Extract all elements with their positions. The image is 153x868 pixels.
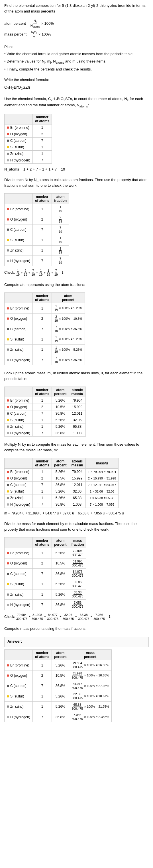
n-i-value: 7 <box>33 482 52 488</box>
element-name: C (carbon) <box>4 569 33 579</box>
element-name: H (hydrogen) <box>4 157 33 163</box>
atom-pct-value: 36.8% <box>52 569 69 579</box>
answer-label: Answer: <box>7 639 146 644</box>
n-i-value: 7 <box>33 255 52 266</box>
mass-value: 1 × 32.06 = 32.06 <box>85 488 118 495</box>
col-element2 <box>4 193 33 204</box>
atom-pct-value: 10.5% <box>52 475 69 482</box>
element-name: S (sulfur) <box>4 488 33 495</box>
n-i-value: 7 <box>33 324 52 334</box>
atom-pct-value: 5.26% <box>52 660 69 671</box>
atom-pct-value: 5.26% <box>52 469 69 475</box>
col-mass-fraction6: massfraction <box>69 537 86 548</box>
n-i-value: 1 <box>33 124 52 131</box>
n-i-value: 2 <box>33 404 52 410</box>
table-row: H (hydrogen) 7 719 × 100% = 36.8% <box>4 355 85 365</box>
table5-section: numberof atoms atompercent atomicmass/u … <box>4 458 149 516</box>
plan-item-1: • Write the chemical formula and gather … <box>4 51 149 57</box>
n-i-value: 1 <box>33 495 52 501</box>
table2-section: numberof atoms atomfraction Br (bromine)… <box>4 193 149 277</box>
plan-section: Plan: • Write the chemical formula and g… <box>4 44 149 72</box>
n-i-value: 1 <box>33 303 52 313</box>
table-row: O (oxygen) 2 219 <box>4 214 69 224</box>
mass-value: 2 × 15.999 = 31.998 <box>85 475 118 482</box>
table3-section: numberof atoms atompercent Br (bromine) … <box>4 292 149 365</box>
table-row: Br (bromine) 1 5.26% 79.904300.475 <box>4 548 86 558</box>
element-name: Br (bromine) <box>4 303 33 313</box>
n-i-value: 1 <box>33 245 52 255</box>
atom-fraction-value: 219 <box>52 214 69 224</box>
mass-fraction-value: 79.904300.475 <box>69 548 86 558</box>
element-name: O (oxygen) <box>4 313 33 324</box>
table-row: Zn (zinc) 1 5.26% 65.38 <box>4 424 86 430</box>
table-row: Zn (zinc) 1 5.26% 65.38300.475 × 100% = … <box>4 702 112 712</box>
plan-item-2: • Determine values for Ni, mi, Natoms an… <box>4 59 149 65</box>
atomic-mass-value: 65.38 <box>69 424 85 430</box>
atom-percent-value: 719 × 100% = 36.8% <box>52 324 85 334</box>
table-row: C (carbon) 7 <box>4 137 52 144</box>
atomic-mass-value: 32.06 <box>69 488 85 495</box>
table-row: Br (bromine) 1 119 <box>4 204 69 214</box>
atom-pct-value: 36.8% <box>52 501 69 508</box>
n-i-value: 7 <box>33 430 52 437</box>
write-formula-label: Write the chemical formula: <box>4 77 149 83</box>
n-i-value: 7 <box>33 410 52 417</box>
chemical-formula: C7H7BrO2SZn <box>4 85 149 91</box>
table-row: O (oxygen) 2 219 × 100% = 10.5% <box>4 313 85 324</box>
element-name: Zn (zinc) <box>4 245 33 255</box>
element-name: Zn (zinc) <box>4 589 33 599</box>
atom-pct-value: 5.26% <box>52 691 69 702</box>
element-name: Br (bromine) <box>4 548 33 558</box>
check-fractions: Check: 119 + 219 + 719 + 119 + 119 + 719… <box>4 269 149 277</box>
table-row: Br (bromine) 1 5.26% 79.904300.475 × 100… <box>4 660 112 671</box>
table-row: H (hydrogen) 7 36.8% 1.008 <box>4 430 86 437</box>
intro-section: Find the elemental composition for 5-(1,… <box>4 3 149 14</box>
atomic-mass-value: 12.011 <box>69 482 85 488</box>
mass-percent-formula: mass percent = Nimi m × 100% <box>4 30 149 39</box>
n-i-value: 2 <box>33 671 52 681</box>
check-mass-fractions: Check: 79.904300.475 + 31.998300.475 + 8… <box>4 613 149 621</box>
table-row: H (hydrogen) 7 719 <box>4 255 69 266</box>
element-name: H (hydrogen) <box>4 355 33 365</box>
table-row: Br (bromine) 1 119 × 100% = 5.26% <box>4 303 85 313</box>
n-i-value: 1 <box>33 660 52 671</box>
element-name: H (hydrogen) <box>4 600 33 610</box>
n-i-value: 7 <box>33 137 52 144</box>
mass-value: 1 × 79.904 = 79.904 <box>85 469 118 475</box>
table-row: Zn (zinc) 1 <box>4 150 52 157</box>
col-num-atoms3: numberof atoms <box>33 293 52 303</box>
table-row: O (oxygen) 2 10.5% 15.999 <box>4 404 86 410</box>
table-row: C (carbon) 7 36.8% 12.011 <box>4 410 86 417</box>
element-name: S (sulfur) <box>4 144 33 150</box>
element-name: C (carbon) <box>4 324 33 334</box>
table-row: Zn (zinc) 1 5.26% 65.38 1 × 65.38 = 65.3… <box>4 495 119 501</box>
col-num-atoms6: numberof atoms <box>33 537 52 548</box>
col-atom-pct5: atompercent <box>52 458 69 469</box>
table-row: H (hydrogen) 7 <box>4 157 52 163</box>
atom-pct-value: 36.8% <box>52 712 69 722</box>
mass-value: 7 × 1.008 = 7.056 <box>85 501 118 508</box>
element-name: Br (bromine) <box>4 124 33 131</box>
table-row: S (sulfur) 1 119 × 100% = 5.26% <box>4 334 85 344</box>
atom-pct-value: 5.26% <box>52 702 69 712</box>
element-name: S (sulfur) <box>4 691 33 702</box>
lookup-text: Look up the atomic mass, mᵢ, in unified … <box>4 370 149 381</box>
mass-percent-value: 79.904300.475 × 100% = 26.59% <box>69 660 111 671</box>
mass-fraction-value: 31.998300.475 <box>69 558 86 568</box>
table-row: C (carbon) 7 36.8% 84.077300.475 <box>4 569 86 579</box>
element-name: C (carbon) <box>4 681 33 691</box>
element-name: O (oxygen) <box>4 214 33 224</box>
n-i-value: 1 <box>33 397 52 404</box>
table-row: S (sulfur) 1 5.26% 32.06300.475 <box>4 579 86 589</box>
n-i-value: 1 <box>33 548 52 558</box>
n-i-value: 1 <box>33 417 52 424</box>
plan-header: Plan: <box>4 44 149 50</box>
n-i-value: 1 <box>33 344 52 355</box>
element-name: Zn (zinc) <box>4 150 33 157</box>
col-num-atoms-header: numberof atoms <box>33 114 52 124</box>
element-name: O (oxygen) <box>4 131 33 137</box>
element-name: H (hydrogen) <box>4 501 33 508</box>
atom-fraction-value: 119 <box>52 235 69 245</box>
col-element7 <box>4 650 33 660</box>
atom-pct-value: 10.5% <box>52 558 69 568</box>
